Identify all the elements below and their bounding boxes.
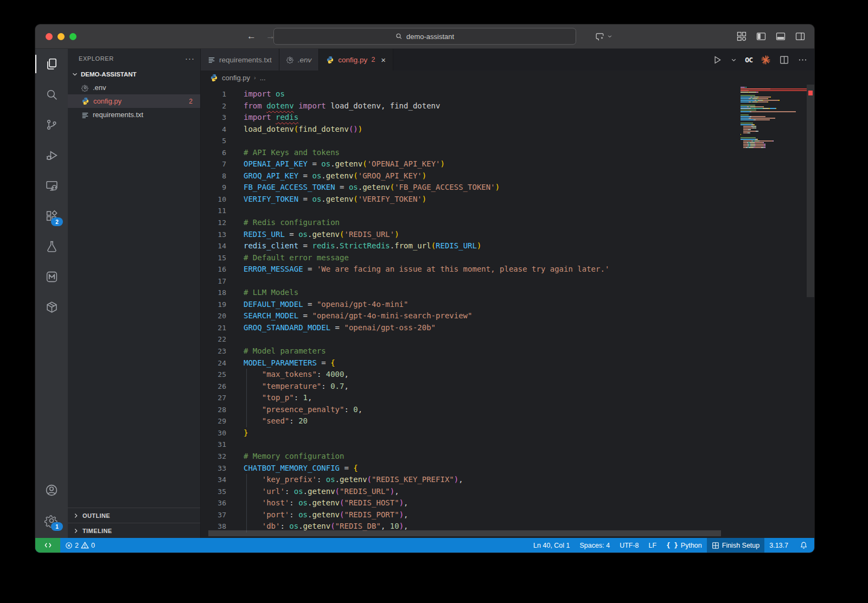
more-actions-icon[interactable]: [797, 55, 808, 65]
chevron-down-small-icon[interactable]: [731, 57, 737, 63]
code-line-9[interactable]: 9FB_PAGE_ACCESS_TOKEN = os.getenv('FB_PA…: [201, 182, 814, 194]
code-line-7[interactable]: 7OPENAI_API_KEY = os.getenv('OPENAI_API_…: [201, 158, 814, 170]
copilot-menu[interactable]: [595, 31, 612, 42]
code-line-31[interactable]: 31: [201, 439, 814, 451]
code-line-29[interactable]: 29 "seed": 20: [201, 415, 814, 427]
code-line-11[interactable]: 11: [201, 205, 814, 217]
code-line-8[interactable]: 8GROQ_API_KEY = os.getenv('GROQ_API_KEY'…: [201, 170, 814, 182]
code-line-4[interactable]: 4load_dotenv(find_dotenv()): [201, 124, 814, 136]
code-line-3[interactable]: 3import redis: [201, 112, 814, 124]
code-line-36[interactable]: 36 'host': os.getenv("REDIS_HOST"),: [201, 497, 814, 509]
activity-files-button[interactable]: [35, 49, 68, 79]
tab-.env[interactable]: .env: [279, 49, 320, 70]
status-spaces-4[interactable]: Spaces: 4: [575, 538, 615, 553]
code-line-17[interactable]: 17: [201, 275, 814, 287]
breadcrumb-tail[interactable]: ...: [260, 74, 266, 82]
code-line-22[interactable]: 22: [201, 333, 814, 345]
toggle-primary-sidebar-icon[interactable]: [756, 31, 767, 42]
activity-search-button[interactable]: [35, 79, 68, 110]
zoom-window-button[interactable]: [69, 33, 76, 40]
horizontal-scrollbar-thumb[interactable]: [208, 530, 721, 536]
activity-cube-extension-button[interactable]: [35, 292, 68, 322]
breadcrumb[interactable]: config.py › ...: [201, 70, 814, 85]
tab-requirements.txt[interactable]: requirements.txt: [201, 49, 279, 70]
code-line-32[interactable]: 32# Memory configuration: [201, 451, 814, 463]
back-button[interactable]: ←: [247, 31, 256, 42]
oc-extension-icon[interactable]: OC: [745, 56, 752, 64]
customize-layout-icon[interactable]: [736, 31, 747, 42]
panel-timeline[interactable]: TIMELINE: [68, 523, 200, 538]
remote-indicator[interactable]: [35, 538, 60, 553]
extensions-badge: 2: [51, 217, 63, 226]
line-content: [226, 135, 244, 147]
status-finish-setup[interactable]: Finish Setup: [707, 538, 764, 553]
code-line-24[interactable]: 24MODEL_PARAMETERS = {: [201, 357, 814, 369]
activity-remote-explorer-button[interactable]: [35, 170, 68, 201]
minimap-line: [741, 121, 807, 122]
breadcrumb-file[interactable]: config.py: [222, 74, 250, 82]
code-line-19[interactable]: 19DEFAULT_MODEL = "openai/gpt-4o-mini": [201, 299, 814, 311]
code-line-28[interactable]: 28 "presence_penalty": 0,: [201, 404, 814, 416]
explorer-more-actions-icon[interactable]: ···: [185, 54, 195, 63]
minimap[interactable]: [741, 87, 807, 538]
vertical-scrollbar[interactable]: [807, 85, 814, 538]
status-ln-40-col-1[interactable]: Ln 40, Col 1: [528, 538, 575, 553]
code-line-5[interactable]: 5: [201, 135, 814, 147]
file-item-config.py[interactable]: config.py2: [68, 94, 200, 108]
status-3-13-7[interactable]: 3.13.7: [764, 538, 793, 553]
activity-settings-button[interactable]: 1: [35, 505, 68, 536]
tab-config.py[interactable]: config.py2×: [319, 49, 393, 70]
folder-demo-assistant[interactable]: DEMO-ASSISTANT: [68, 68, 200, 81]
code-line-1[interactable]: 1import os: [201, 88, 814, 100]
close-window-button[interactable]: [46, 33, 53, 40]
starburst-extension-icon[interactable]: [761, 55, 771, 65]
close-tab-icon[interactable]: ×: [381, 55, 386, 65]
minimize-window-button[interactable]: [58, 33, 65, 40]
activity-run-debug-button[interactable]: [35, 140, 68, 170]
minimap-line: [741, 144, 807, 145]
file-item-.env[interactable]: .env: [68, 81, 200, 94]
code-line-18[interactable]: 18# LLM Models: [201, 287, 814, 299]
panel-outline[interactable]: OUTLINE: [68, 508, 200, 523]
code-line-14[interactable]: 14redis_client = redis.StrictRedis.from_…: [201, 240, 814, 252]
status-utf-8[interactable]: UTF-8: [615, 538, 643, 553]
code-line-33[interactable]: 33CHATBOT_MEMORY_CONFIG = {: [201, 463, 814, 474]
code-line-37[interactable]: 37 'port': os.getenv("REDIS_PORT"),: [201, 509, 814, 521]
code-line-35[interactable]: 35 'url': os.getenv("REDIS_URL"),: [201, 486, 814, 498]
split-editor-icon[interactable]: [779, 55, 789, 65]
code-line-10[interactable]: 10VERIFY_TOKEN = os.getenv('VERIFY_TOKEN…: [201, 194, 814, 206]
run-icon[interactable]: [712, 55, 723, 65]
toggle-panel-icon[interactable]: [775, 31, 786, 42]
minimap-line: [741, 97, 807, 98]
activity-source-control-button[interactable]: [35, 110, 68, 140]
line-content: import redis: [226, 112, 298, 124]
code-line-26[interactable]: 26 "temperature": 0.7,: [201, 381, 814, 393]
activity-account-button[interactable]: [35, 475, 68, 505]
command-center-search[interactable]: demo-assistant: [273, 28, 576, 45]
problems-status[interactable]: 2 0: [60, 538, 100, 553]
code-line-34[interactable]: 34 'key_prefix': os.getenv("REDIS_KEY_PR…: [201, 474, 814, 486]
code-line-27[interactable]: 27 "top_p": 1,: [201, 392, 814, 404]
file-item-requirements.txt[interactable]: requirements.txt: [68, 108, 200, 121]
code-line-13[interactable]: 13REDIS_URL = os.getenv('REDIS_URL'): [201, 229, 814, 241]
notifications-bell[interactable]: [793, 538, 814, 553]
code-line-23[interactable]: 23# Model parameters: [201, 345, 814, 357]
code-line-21[interactable]: 21GROQ_STANDARD_MODEL = "openai/gpt-oss-…: [201, 322, 814, 334]
code-line-20[interactable]: 20SEARCH_MODEL = "openai/gpt-4o-mini-sea…: [201, 310, 814, 322]
vertical-scrollbar-thumb[interactable]: [807, 85, 814, 297]
status-python[interactable]: { }Python: [661, 538, 707, 553]
activity-m-extension-button[interactable]: [35, 261, 68, 292]
toggle-secondary-sidebar-icon[interactable]: [795, 31, 806, 42]
activity-extensions-button[interactable]: 2: [35, 201, 68, 231]
code-line-25[interactable]: 25 "max_tokens": 4000,: [201, 369, 814, 381]
code-line-12[interactable]: 12# Redis configuration: [201, 217, 814, 229]
code-line-2[interactable]: 2from dotenv import load_dotenv, find_do…: [201, 100, 814, 112]
status-lf[interactable]: LF: [644, 538, 662, 553]
code-line-30[interactable]: 30}: [201, 427, 814, 439]
code-line-16[interactable]: 16ERROR_MESSAGE = 'We are facing an issu…: [201, 264, 814, 275]
code-line-6[interactable]: 6# API Keys and tokens: [201, 147, 814, 159]
error-count: 2: [75, 542, 79, 549]
activity-testing-button[interactable]: [35, 231, 68, 261]
code-line-15[interactable]: 15# Default error message: [201, 252, 814, 264]
code-editor[interactable]: 1import os2from dotenv import load_doten…: [201, 85, 814, 538]
